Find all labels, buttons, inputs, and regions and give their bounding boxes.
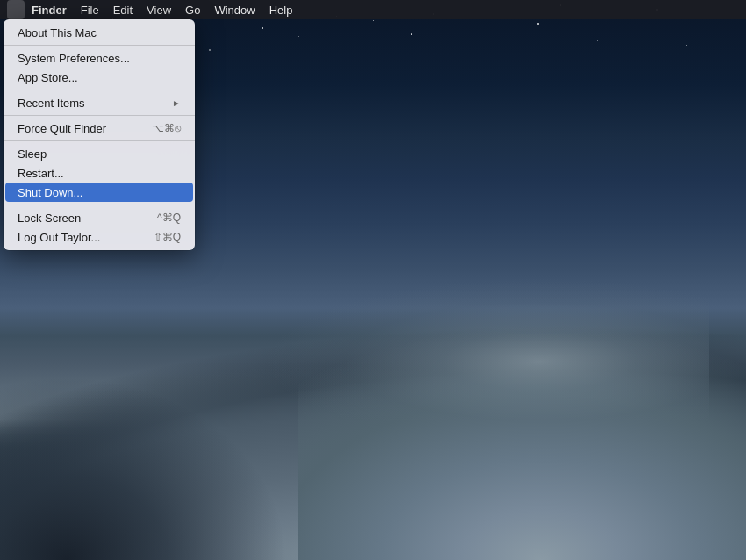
menu-separator-3	[4, 115, 195, 116]
menu-item-app-store-label: App Store...	[18, 71, 181, 84]
apple-dropdown-menu: About This Mac System Preferences... App…	[4, 19, 195, 250]
menu-item-app-store[interactable]: App Store...	[5, 68, 193, 87]
menubar-help-label: Help	[269, 4, 293, 17]
menu-item-about-label: About This Mac	[18, 26, 181, 39]
menubar-window[interactable]: Window	[207, 0, 262, 19]
menu-item-recent-items[interactable]: Recent Items ►	[5, 93, 193, 112]
menubar-edit-label: Edit	[113, 4, 133, 17]
menu-item-force-quit-shortcut: ⌥⌘⎋	[152, 122, 181, 134]
menu-separator-2	[4, 90, 195, 90]
menu-item-force-quit[interactable]: Force Quit Finder ⌥⌘⎋	[5, 118, 193, 138]
apple-menu-button[interactable]	[7, 0, 25, 19]
menu-item-force-quit-label: Force Quit Finder	[18, 122, 152, 135]
menubar: Finder File Edit View Go Window Help	[0, 0, 746, 19]
menubar-edit[interactable]: Edit	[106, 0, 140, 19]
menu-item-recent-items-label: Recent Items	[18, 97, 172, 110]
menu-item-shut-down-label: Shut Down...	[18, 186, 181, 199]
menubar-file[interactable]: File	[74, 0, 106, 19]
menu-item-lock-screen-shortcut: ^⌘Q	[157, 212, 181, 224]
menu-item-log-out[interactable]: Log Out Taylor... ⇧⌘Q	[5, 227, 193, 247]
menu-item-restart-label: Restart...	[18, 167, 181, 180]
menu-item-sleep-label: Sleep	[18, 147, 181, 161]
menubar-go-label: Go	[185, 4, 200, 17]
menu-item-log-out-label: Log Out Taylor...	[18, 231, 154, 244]
menubar-file-label: File	[81, 4, 99, 17]
menu-item-lock-screen[interactable]: Lock Screen ^⌘Q	[5, 208, 193, 227]
menu-separator-4	[4, 140, 195, 141]
submenu-arrow-icon: ►	[172, 98, 181, 108]
menu-item-lock-screen-label: Lock Screen	[18, 212, 157, 225]
menubar-go[interactable]: Go	[178, 0, 207, 19]
dune-shadow	[0, 280, 336, 560]
menubar-finder[interactable]: Finder	[25, 0, 74, 19]
menubar-window-label: Window	[214, 4, 255, 17]
menu-item-log-out-shortcut: ⇧⌘Q	[154, 231, 181, 243]
menu-item-restart[interactable]: Restart...	[5, 163, 193, 183]
menubar-view[interactable]: View	[140, 0, 178, 19]
menu-separator-1	[4, 45, 195, 46]
menu-separator-5	[4, 205, 195, 205]
menu-item-system-prefs-label: System Preferences...	[18, 52, 181, 65]
menubar-help[interactable]: Help	[262, 0, 300, 19]
menu-item-shut-down[interactable]: Shut Down...	[5, 183, 193, 202]
menu-item-system-prefs[interactable]: System Preferences...	[5, 48, 193, 68]
menubar-finder-label: Finder	[32, 4, 67, 17]
menubar-view-label: View	[147, 4, 171, 17]
menu-item-about[interactable]: About This Mac	[5, 23, 193, 42]
menu-item-sleep[interactable]: Sleep	[5, 144, 193, 163]
